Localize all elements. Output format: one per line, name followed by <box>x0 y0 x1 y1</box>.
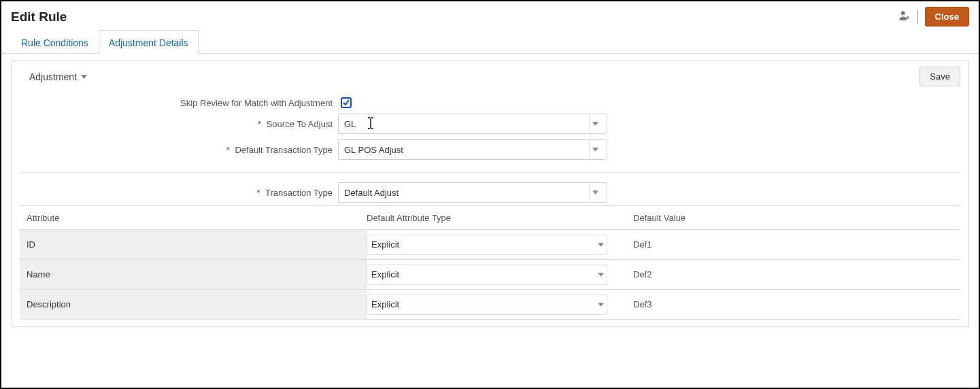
divider <box>20 172 960 173</box>
page-title: Edit Rule <box>11 10 67 24</box>
txn-type-label: Transaction Type <box>265 188 333 198</box>
user-icon[interactable] <box>898 10 911 24</box>
attr-value-cell: Def3 <box>625 299 960 309</box>
svg-point-0 <box>900 11 905 15</box>
chevron-down-icon <box>594 295 607 314</box>
th-attribute: Attribute <box>20 213 367 223</box>
chevron-down-icon <box>594 235 607 254</box>
attr-type-select[interactable]: Explicit <box>367 265 607 285</box>
separator <box>917 10 918 24</box>
attr-type-value: Explicit <box>371 269 399 280</box>
chevron-down-icon <box>594 265 607 284</box>
attr-value-cell: Def1 <box>625 239 960 250</box>
attribute-table: Attribute Default Attribute Type Default… <box>20 205 960 320</box>
attr-type-value: Explicit <box>371 239 399 250</box>
th-default-value: Default Value <box>625 213 960 223</box>
attr-type-select[interactable]: Explicit <box>367 235 607 255</box>
tab-bar: Rule Conditions Adjustment Details <box>1 29 979 54</box>
required-marker: * <box>258 119 261 129</box>
tab-adjustment-details[interactable]: Adjustment Details <box>99 30 199 54</box>
table-row: Name Explicit Def2 <box>20 260 960 290</box>
default-txn-type-value: GL POS Adjust <box>344 145 403 155</box>
required-marker: * <box>257 188 260 198</box>
table-row: ID Explicit Def1 <box>20 230 960 260</box>
svg-point-1 <box>906 16 909 20</box>
table-header: Attribute Default Attribute Type Default… <box>20 205 960 230</box>
source-to-adjust-label: Source To Adjust <box>267 119 333 129</box>
attr-type-select[interactable]: Explicit <box>367 294 607 315</box>
adjustment-panel: Adjustment Save Skip Review for Match wi… <box>11 61 969 327</box>
table-row: Description Explicit Def3 <box>20 290 960 320</box>
section-label: Adjustment <box>29 71 77 82</box>
attr-type-value: Explicit <box>371 299 399 309</box>
attr-cell: ID <box>20 230 367 259</box>
source-to-adjust-value: GL <box>344 119 356 129</box>
source-to-adjust-select[interactable]: GL <box>338 114 607 134</box>
txn-type-select[interactable]: Default Adjust <box>338 182 607 203</box>
section-dropdown[interactable]: Adjustment <box>29 71 87 82</box>
chevron-down-icon <box>81 75 87 79</box>
close-button[interactable]: Close <box>925 7 969 27</box>
skip-review-label: Skip Review for Match with Adjustment <box>12 98 338 108</box>
required-marker: * <box>226 145 230 155</box>
attr-cell: Name <box>20 260 367 289</box>
tab-rule-conditions[interactable]: Rule Conditions <box>11 30 99 54</box>
attr-cell: Description <box>20 290 367 319</box>
chevron-down-icon <box>589 183 601 202</box>
skip-review-checkbox[interactable] <box>341 97 352 108</box>
th-default-attr-type: Default Attribute Type <box>367 213 625 223</box>
attr-value-cell: Def2 <box>625 269 960 280</box>
save-button[interactable]: Save <box>919 67 960 86</box>
default-txn-type-label: Default Transaction Type <box>235 145 333 155</box>
default-txn-type-select[interactable]: GL POS Adjust <box>338 139 607 160</box>
txn-type-value: Default Adjust <box>344 188 399 198</box>
chevron-down-icon <box>589 114 601 133</box>
chevron-down-icon <box>589 140 601 159</box>
